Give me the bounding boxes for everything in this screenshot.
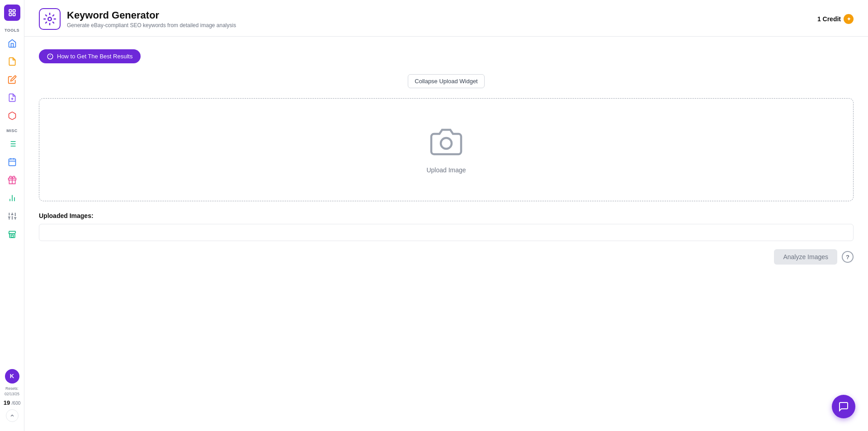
svg-rect-30 [11,235,13,237]
sidebar: TOOLS MISC [0,0,24,431]
svg-rect-3 [13,14,15,16]
svg-rect-1 [13,9,15,12]
sidebar-item-upload-doc[interactable] [4,90,20,106]
upload-text: Upload Image [426,166,466,174]
app-logo [39,8,61,30]
chat-fab-button[interactable] [832,395,855,418]
usage-display: 19 /600 [4,399,21,407]
collapse-widget-button[interactable]: Collapse Upload Widget [408,74,484,88]
credit-badge: 1 Credit ✦ [817,14,854,24]
uploaded-images-bar [39,224,854,241]
page-subtitle: Generate eBay-compliant SEO keywords fro… [67,22,236,28]
sidebar-item-cube[interactable] [4,108,20,124]
page-title: Keyword Generator [67,9,236,21]
analyze-button[interactable]: Analyze Images [774,249,837,265]
camera-icon [430,126,462,160]
usage-count: 19 /600 [4,399,21,407]
resets-date: 02/13/25 [5,392,19,396]
svg-point-31 [48,17,52,21]
page-content: How to Get The Best Results Collapse Upl… [24,37,868,431]
collapse-widget-row: Collapse Upload Widget [39,74,854,94]
svg-rect-0 [9,9,11,12]
sidebar-item-chart[interactable] [4,190,20,206]
sidebar-item-home[interactable] [4,35,20,52]
sidebar-item-calendar[interactable] [4,154,20,170]
upload-dropzone[interactable]: Upload Image [39,98,854,201]
main-content: Keyword Generator Generate eBay-complian… [24,0,868,431]
uploaded-images-label: Uploaded Images: [39,212,854,219]
coin-icon: ✦ [844,14,854,24]
svg-rect-2 [9,14,11,16]
sidebar-collapse-button[interactable] [6,409,19,422]
sidebar-item-note[interactable] [4,71,20,88]
help-icon[interactable]: ? [842,251,854,263]
resets-info: Resets: 02/13/25 [5,386,19,397]
how-to-label: How to Get The Best Results [57,53,132,60]
user-avatar[interactable]: K [5,369,19,384]
tools-label: TOOLS [5,28,19,33]
header-text: Keyword Generator Generate eBay-complian… [67,9,236,28]
sidebar-item-document[interactable] [4,53,20,70]
how-to-button[interactable]: How to Get The Best Results [39,49,141,63]
svg-point-35 [441,138,452,149]
sidebar-bottom: K Resets: 02/13/25 19 /600 [4,369,21,426]
collapse-widget-label: Collapse Upload Widget [415,78,477,85]
resets-label: Resets: [5,386,19,391]
svg-rect-12 [9,159,15,166]
sidebar-item-list[interactable] [4,136,20,152]
sidebar-item-sliders[interactable] [4,208,20,224]
sidebar-item-gift[interactable] [4,172,20,188]
sidebar-toggle-button[interactable] [4,5,20,21]
analyze-row: Analyze Images ? [39,249,854,265]
misc-label: MISC [6,128,17,133]
sidebar-item-store[interactable] [4,226,20,242]
credit-label: 1 Credit [817,15,841,23]
header-left: Keyword Generator Generate eBay-complian… [39,8,236,30]
page-header: Keyword Generator Generate eBay-complian… [24,0,868,37]
